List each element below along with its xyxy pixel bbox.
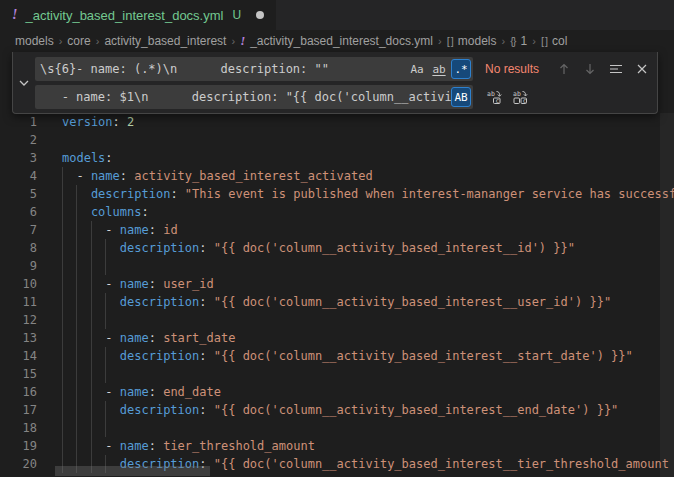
breadcrumb-item-models[interactable]: models	[15, 34, 54, 48]
line-number[interactable]: 16	[0, 383, 62, 401]
breadcrumb-separator-icon: ›	[231, 35, 235, 47]
line-number[interactable]: 15	[0, 365, 62, 383]
token-punc: :	[105, 151, 112, 165]
vertical-scrollbar[interactable]	[660, 113, 674, 477]
toggle-replace-button[interactable]	[13, 52, 35, 113]
close-find-widget-button[interactable]	[631, 58, 653, 80]
code-line-17[interactable]: description: "{{ doc('column__activity_b…	[62, 401, 674, 419]
line-number[interactable]: 5	[0, 185, 62, 203]
token-punc: :	[199, 403, 206, 417]
line-number[interactable]: 13	[0, 329, 62, 347]
find-results-status: No results	[485, 62, 549, 76]
indent-guides	[62, 329, 105, 347]
token-key: version	[62, 115, 113, 129]
find-input[interactable]: \s{6}- name: (.*)\n description: "" Aa a…	[35, 57, 473, 81]
indent-guides	[62, 167, 76, 185]
regex-toggle[interactable]: .*	[451, 59, 471, 79]
token-punc: :	[149, 439, 156, 453]
breadcrumb-item-1[interactable]: {}1	[510, 34, 527, 48]
token-punc: :	[199, 295, 206, 309]
line-number[interactable]: 3	[0, 149, 62, 167]
line-number[interactable]: 19	[0, 437, 62, 455]
token-key: name	[120, 331, 149, 345]
editor-pane: 1234567891011121314151617181920 version:…	[0, 113, 674, 477]
token-plain	[207, 241, 214, 255]
code-line-16[interactable]: - name: end_date	[62, 383, 674, 401]
token-key: description	[120, 349, 199, 363]
code-line-3[interactable]: models:	[62, 149, 674, 167]
code-line-8[interactable]: description: "{{ doc('column__activity_b…	[62, 239, 674, 257]
whole-word-toggle[interactable]: ab	[429, 59, 449, 79]
breadcrumb-item-models[interactable]: [ ]models	[447, 34, 497, 48]
breadcrumb-item-col[interactable]: [ ]col	[541, 34, 568, 48]
preserve-case-toggle[interactable]: AB	[451, 87, 471, 107]
replace-button[interactable]: ab c	[483, 86, 505, 108]
code-line-12[interactable]	[62, 311, 674, 329]
line-number[interactable]: 8	[0, 239, 62, 257]
breadcrumb-label: activity_based_interest	[104, 34, 226, 48]
indent-guides	[62, 185, 91, 203]
token-str: id	[163, 223, 177, 237]
breadcrumb-label: col	[552, 34, 567, 48]
line-number[interactable]: 14	[0, 347, 62, 365]
line-number[interactable]: 17	[0, 401, 62, 419]
next-match-button[interactable]	[579, 58, 601, 80]
token-key: models	[62, 151, 105, 165]
code-line-6[interactable]: columns:	[62, 203, 674, 221]
selection-lines-icon	[608, 61, 624, 77]
code-line-10[interactable]: - name: user_id	[62, 275, 674, 293]
token-str: tier_threshold_amount	[163, 439, 315, 453]
token-punc: -	[76, 169, 90, 183]
line-number[interactable]: 20	[0, 455, 62, 473]
code-line-14[interactable]: description: "{{ doc('column__activity_b…	[62, 347, 674, 365]
breadcrumb-label: 1	[521, 34, 528, 48]
unsaved-changes-dot-icon[interactable]	[256, 11, 264, 19]
code-line-9[interactable]	[62, 257, 674, 275]
breadcrumb-item-activity-based-interest[interactable]: activity_based_interest	[104, 34, 226, 48]
find-in-selection-button[interactable]	[605, 58, 627, 80]
breadcrumb-separator-icon: ›	[438, 35, 442, 47]
indent-guides	[62, 347, 120, 365]
token-punc: -	[105, 331, 119, 345]
line-number[interactable]: 9	[0, 257, 62, 275]
breadcrumb-item--activity-based-interest-docs-yml[interactable]: !_activity_based_interest_docs.yml	[240, 33, 433, 49]
indent-guides	[62, 293, 120, 311]
code-line-18[interactable]	[62, 419, 674, 437]
breadcrumb-separator-icon: ›	[96, 35, 100, 47]
code-line-1[interactable]: version: 2	[62, 113, 674, 131]
horizontal-scrollbar-thumb[interactable]	[55, 466, 210, 476]
line-number[interactable]: 2	[0, 131, 62, 149]
replace-input[interactable]: - name: $1\n description: "{{ doc('colum…	[35, 85, 473, 109]
line-number[interactable]: 11	[0, 293, 62, 311]
replace-all-icon: ab c	[512, 89, 528, 105]
token-str: "{{ doc('column__activity_based_interest…	[214, 457, 669, 471]
breadcrumb-label: models	[458, 34, 497, 48]
code-line-5[interactable]: description: "This event is published wh…	[62, 185, 674, 203]
token-plain	[207, 403, 214, 417]
line-number[interactable]: 1	[0, 113, 62, 131]
line-number[interactable]: 4	[0, 167, 62, 185]
breadcrumb-item-core[interactable]: core	[67, 34, 90, 48]
tab-activity-docs[interactable]: ! _activity_based_interest_docs.yml U	[0, 0, 277, 30]
code-line-19[interactable]: - name: tier_threshold_amount	[62, 437, 674, 455]
token-punc: -	[105, 223, 119, 237]
line-number[interactable]: 7	[0, 221, 62, 239]
code-line-11[interactable]: description: "{{ doc('column__activity_b…	[62, 293, 674, 311]
breadcrumb-separator-icon: ›	[532, 35, 536, 47]
code-content: version: 2models:- name: activity_based_…	[62, 113, 674, 477]
line-number[interactable]: 18	[0, 419, 62, 437]
line-number[interactable]: 10	[0, 275, 62, 293]
replace-all-button[interactable]: ab c	[509, 86, 531, 108]
code-line-13[interactable]: - name: start_date	[62, 329, 674, 347]
match-case-toggle[interactable]: Aa	[407, 59, 427, 79]
chevron-down-icon	[16, 75, 32, 91]
line-number[interactable]: 6	[0, 203, 62, 221]
token-punc: :	[120, 169, 127, 183]
code-line-4[interactable]: - name: activity_based_interest_activate…	[62, 167, 674, 185]
code-line-2[interactable]	[62, 131, 674, 149]
line-number[interactable]: 12	[0, 311, 62, 329]
previous-match-button[interactable]	[553, 58, 575, 80]
token-str: "This event is published when interest-m…	[185, 187, 674, 201]
code-line-7[interactable]: - name: id	[62, 221, 674, 239]
code-line-15[interactable]	[62, 365, 674, 383]
